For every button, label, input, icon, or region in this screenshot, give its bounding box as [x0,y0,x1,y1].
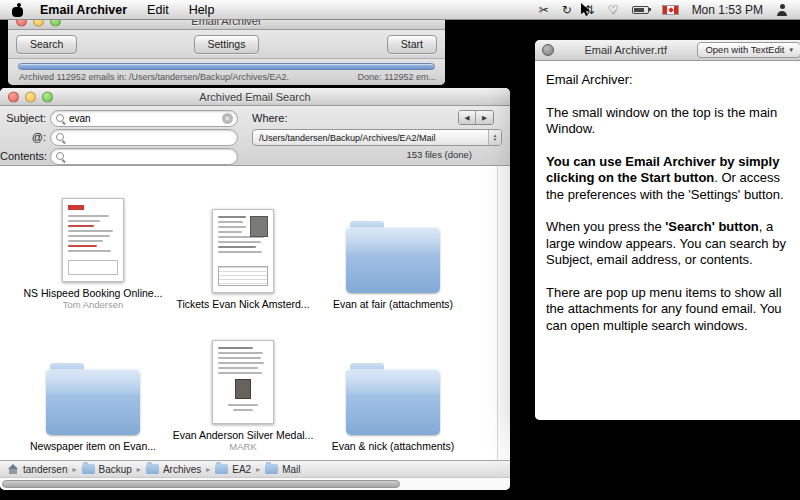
doc-line [218,362,264,364]
doc-line [233,409,253,411]
folder-icon [82,464,95,474]
rtf-content: Email Archiver: The small window on the … [535,61,800,420]
document-icon[interactable] [62,198,124,282]
search-result-item[interactable]: Evan & nick (attachments) [318,316,468,452]
where-popup[interactable]: /Users/tandersen/Backup/Archives/EA2/Mai… [252,129,502,146]
archiver-toolbar: Search Settings Start [8,30,445,59]
window-title: Email Archiver.rtf [560,44,691,56]
search-result-item[interactable]: Tickets Evan Nick Amsterd... [168,174,318,310]
contents-input[interactable] [69,151,233,162]
path-item-backup[interactable]: Backup [82,464,132,475]
battery-icon[interactable] [632,6,649,14]
where-value: /Users/tandersen/Backup/Archives/EA2/Mai… [259,133,436,143]
folder-icon [146,464,159,474]
item-label: Newspaper item on Evan... [30,440,156,452]
search-icon [56,152,66,162]
sync-icon[interactable]: ↻ [562,0,572,20]
open-with-textedit-button[interactable]: Open with TextEdit ▾ [697,42,800,58]
search-button[interactable]: Search [16,35,77,54]
doc-line [218,352,263,354]
menu-bar: Email Archiver Edit Help ✂ ↻ ⇅ ♡ Mon 1:5… [0,0,800,20]
item-label: NS Hispeed Booking Online... [24,287,163,299]
search-form: Subject: ✕ @: Contents: Where: /Users/ta… [0,106,510,166]
menu-bar-left: Email Archiver Edit Help [0,0,224,19]
document-icon[interactable] [212,340,274,424]
traffic-lights [8,91,53,102]
doc-line [218,347,253,349]
quicklook-title-bar[interactable]: Email Archiver.rtf Open with TextEdit ▾ [535,40,800,61]
scissors-icon[interactable]: ✂ [539,0,549,20]
menu-app[interactable]: Email Archiver [30,0,137,20]
path-label: tandersen [23,464,67,475]
search-title-bar[interactable]: Archived Email Search [0,88,510,106]
search-result-item[interactable]: Evan at fair (attachments) [318,174,468,310]
subject-input[interactable] [69,113,222,124]
icon-slot [346,197,440,293]
progress-bar [18,63,435,70]
path-item-ea2[interactable]: EA2 [215,464,251,475]
archived-email-search-window: Archived Email Search Subject: ✕ @: Cont… [0,88,510,490]
address-search-field[interactable] [50,129,238,146]
minimize-button[interactable] [25,91,36,102]
search-icon [56,114,66,124]
doc-line [218,241,261,243]
path-item-archives[interactable]: Archives [146,464,201,475]
start-button[interactable]: Start [387,35,437,54]
subject-label: Subject: [0,112,46,124]
apple-menu-icon[interactable] [12,3,24,17]
user-icon[interactable] [776,4,788,16]
search-result-item[interactable]: Newspaper item on Evan... [18,316,168,452]
doc-logo [68,205,84,210]
heart-icon[interactable]: ♡ [608,0,619,20]
chevron-right-icon: ▸ [206,461,210,478]
results-icon-view[interactable]: NS Hispeed Booking Online... Tom Anderse… [0,166,497,460]
doc-line [218,221,243,223]
contents-search-field[interactable] [50,148,238,165]
doc-photo [250,216,268,237]
path-label: Archives [163,464,201,475]
clear-search-icon[interactable]: ✕ [222,113,233,124]
subject-search-field[interactable]: ✕ [50,110,238,127]
home-icon [7,464,19,474]
paragraph: You can use Email Archiver by simply cli… [546,154,796,204]
close-button[interactable] [8,91,19,102]
folder-icon[interactable] [46,369,140,435]
item-label: Tickets Evan Nick Amsterd... [176,298,309,310]
doc-line [68,250,111,252]
menu-edit[interactable]: Edit [137,0,179,20]
forward-button[interactable]: ▶ [476,111,493,124]
menu-help[interactable]: Help [179,0,225,20]
chevron-right-icon: ▸ [72,461,76,478]
path-label: Mail [282,464,300,475]
folder-icon [215,464,228,474]
popup-down-icon: ▼ [493,138,497,142]
address-input[interactable] [69,132,233,143]
doc-line [218,216,246,218]
folder-icon[interactable] [346,369,440,435]
search-result-item[interactable]: Evan Anderson Silver Medal... MARK [168,316,318,452]
scrollbar-thumb[interactable] [2,480,400,488]
doc-line [218,246,256,248]
item-label: Evan at fair (attachments) [333,298,453,310]
horizontal-scrollbar[interactable] [0,477,510,490]
contents-label: Contents: [0,150,46,162]
path-item-mail[interactable]: Mail [265,464,300,475]
search-icon [56,133,66,143]
address-label: @: [0,131,46,143]
path-item-home[interactable]: tandersen [7,464,67,475]
folder-icon[interactable] [346,227,440,293]
document-icon[interactable] [212,209,274,293]
search-result-item[interactable]: NS Hispeed Booking Online... Tom Anderse… [18,174,168,310]
vertical-scrollbar[interactable] [497,166,510,460]
history-nav: ◀ ▶ [458,110,494,125]
archiver-status-area: Archived 112952 emails in: /Users/tander… [8,59,445,85]
settings-button[interactable]: Settings [194,35,260,54]
close-button[interactable] [542,44,554,56]
zoom-button[interactable] [42,91,53,102]
back-button[interactable]: ◀ [459,111,476,124]
menu-clock[interactable]: Mon 1:53 PM [692,3,763,17]
window-title: Archived Email Search [199,91,310,103]
paragraph: Email Archiver: [546,72,796,89]
canada-flag-icon[interactable] [662,5,679,15]
doc-line [218,367,258,369]
